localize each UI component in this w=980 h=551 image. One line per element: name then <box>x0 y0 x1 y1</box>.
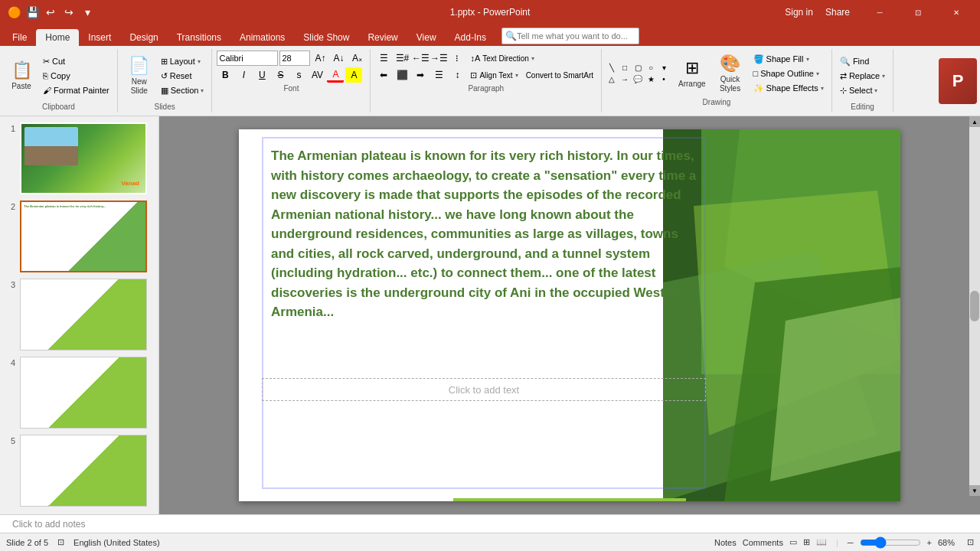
find-button[interactable]: 🔍 Find <box>837 54 888 68</box>
slide-preview-2[interactable]: The Armenian plateau is known for its ve… <box>20 201 147 272</box>
tab-addins[interactable]: Add-Ins <box>446 29 495 46</box>
vscroll-thumb[interactable] <box>970 291 979 321</box>
shadow-button[interactable]: s <box>290 67 307 83</box>
slide-panel[interactable]: 1 Vanad 2 The Armenian plateau is known … <box>0 116 159 514</box>
shape-round-rect[interactable]: ▢ <box>632 63 643 73</box>
search-bar[interactable]: 🔍 <box>501 28 639 44</box>
undo-icon[interactable]: ↩ <box>43 5 58 20</box>
tab-view[interactable]: View <box>407 29 446 46</box>
redo-icon[interactable]: ↪ <box>61 5 77 20</box>
shape-tri[interactable]: △ <box>606 74 617 85</box>
zoom-in-button[interactable]: + <box>927 538 932 547</box>
justify-button[interactable]: ☰ <box>430 67 447 83</box>
select-button[interactable]: ⊹ Select ▾ <box>837 83 888 97</box>
tab-design[interactable]: Design <box>120 29 167 46</box>
slide-thumb-4[interactable]: 4 <box>3 357 155 429</box>
customize-icon[interactable]: ▾ <box>80 5 95 20</box>
align-text-button[interactable]: ⊡ Align Text ▾ <box>467 68 521 82</box>
bold-button[interactable]: B <box>217 67 234 83</box>
tab-file[interactable]: File <box>3 29 36 46</box>
slideshow-view-button[interactable]: ⊞ <box>803 537 810 547</box>
copy-button[interactable]: ⎘ Copy <box>40 69 113 83</box>
shrink-font-button[interactable]: A↓ <box>330 51 347 66</box>
reading-view-button[interactable]: 📖 <box>816 537 827 547</box>
tab-animations[interactable]: Animations <box>230 29 294 46</box>
quick-styles-button[interactable]: 🎨 QuickStyles <box>714 51 747 96</box>
slide-preview-1[interactable]: Vanad <box>20 122 147 194</box>
slide-preview-3[interactable] <box>20 279 147 350</box>
highlight-button[interactable]: A <box>345 67 362 83</box>
comments-button[interactable]: Comments <box>743 538 783 547</box>
close-button[interactable]: ✕ <box>939 0 974 24</box>
convert-smartart-button[interactable]: Convert to SmartArt <box>523 68 596 82</box>
strikethrough-button[interactable]: S <box>272 67 289 83</box>
section-button[interactable]: ▦ Section ▾ <box>158 83 207 97</box>
restore-button[interactable]: ⊡ <box>900 0 936 24</box>
tab-home[interactable]: Home <box>36 29 79 46</box>
font-size-input[interactable] <box>279 51 310 66</box>
tab-slideshow[interactable]: Slide Show <box>294 29 358 46</box>
grow-font-button[interactable]: A↑ <box>312 51 328 66</box>
text-direction-button[interactable]: ↕A Text Direction ▾ <box>467 51 537 65</box>
shape-rect[interactable]: □ <box>619 63 630 73</box>
tab-review[interactable]: Review <box>358 29 407 46</box>
signin-button[interactable]: Sign in <box>785 7 813 18</box>
fit-slide-button[interactable]: ⊡ <box>967 537 974 547</box>
line-spacing-button[interactable]: ↕ <box>449 67 466 83</box>
shape-outline-button[interactable]: □ Shape Outline ▾ <box>750 67 827 80</box>
numbered-button[interactable]: ☰# <box>394 51 410 66</box>
click-to-add-notes[interactable]: Click to add notes <box>12 519 85 530</box>
slide-thumb-2[interactable]: 2 The Armenian plateau is known for its … <box>3 201 155 272</box>
share-button[interactable]: Share <box>825 7 850 18</box>
dec-indent-button[interactable]: ←☰ <box>412 51 429 66</box>
inc-indent-button[interactable]: →☰ <box>430 51 447 66</box>
shape-circle[interactable]: ○ <box>645 63 656 73</box>
slide-thumb-3[interactable]: 3 <box>3 279 155 350</box>
arrange-button[interactable]: ⊞ Arrange <box>674 51 710 96</box>
shape-effects-button[interactable]: ✨ Shape Effects ▾ <box>750 81 827 95</box>
shape-fill-button[interactable]: 🪣 Shape Fill ▾ <box>750 52 827 66</box>
slide-preview-5[interactable] <box>20 435 147 507</box>
align-center-button[interactable]: ⬛ <box>394 67 410 83</box>
save-icon[interactable]: 💾 <box>24 5 40 20</box>
notes-bar[interactable]: Click to add notes <box>0 514 980 533</box>
slide-preview-4[interactable] <box>20 357 147 429</box>
replace-button[interactable]: ⇄ Replace ▾ <box>837 69 888 83</box>
shape-callout[interactable]: 💬 <box>632 74 643 85</box>
new-slide-button[interactable]: 📄 NewSlide <box>122 53 156 99</box>
spacing-button[interactable]: AV <box>309 67 325 83</box>
paste-button[interactable]: 📋 Paste <box>5 53 38 99</box>
shape-star[interactable]: ★ <box>645 74 656 85</box>
notes-button[interactable]: Notes <box>714 538 737 547</box>
tab-transitions[interactable]: Transitions <box>168 29 230 46</box>
reset-button[interactable]: ↺ Reset <box>158 69 207 83</box>
search-input[interactable] <box>517 31 635 41</box>
font-color-button[interactable]: A <box>327 67 344 83</box>
minimize-button[interactable]: ─ <box>862 0 897 24</box>
shape-arrow[interactable]: → <box>619 74 630 85</box>
italic-button[interactable]: I <box>235 67 252 83</box>
cut-button[interactable]: ✂ Cut <box>40 54 113 68</box>
click-to-add-placeholder[interactable]: Click to add text <box>262 378 706 401</box>
normal-view-button[interactable]: ▭ <box>789 537 797 547</box>
shape-more[interactable]: ▾ <box>658 63 669 73</box>
shape-line[interactable]: ╲ <box>606 63 617 73</box>
font-name-input[interactable] <box>217 51 278 66</box>
main-text-box[interactable]: The Armenian plateau is known for its ve… <box>262 137 706 489</box>
align-right-button[interactable]: ➡ <box>412 67 429 83</box>
format-painter-button[interactable]: 🖌 Format Painter <box>40 83 113 97</box>
zoom-slider[interactable] <box>860 540 921 546</box>
layout-button[interactable]: ⊞ Layout ▾ <box>158 54 207 68</box>
slide-thumb-1[interactable]: 1 Vanad <box>3 122 155 194</box>
slide-canvas[interactable]: The Armenian plateau is known for its ve… <box>239 129 900 501</box>
clear-format-button[interactable]: Aₓ <box>348 51 365 66</box>
shape-more2[interactable]: • <box>658 74 669 85</box>
slide-thumb-5[interactable]: 5 <box>3 435 155 507</box>
scroll-up-button[interactable]: ▲ <box>969 116 980 127</box>
scroll-down-button[interactable]: ▼ <box>969 485 980 496</box>
tab-insert[interactable]: Insert <box>79 29 120 46</box>
zoom-out-button[interactable]: ─ <box>848 538 854 547</box>
canvas-area[interactable]: ▲ ▼ <box>159 116 980 514</box>
underline-button[interactable]: U <box>253 67 270 83</box>
columns-button[interactable]: ⫶ <box>449 51 466 66</box>
